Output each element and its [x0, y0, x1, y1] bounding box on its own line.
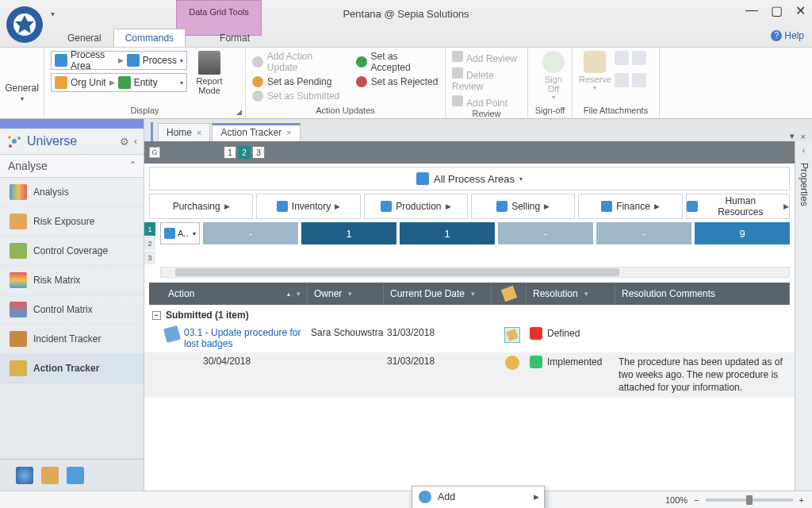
area-inventory[interactable]: Inventory▶	[256, 194, 360, 219]
svg-point-5	[9, 144, 12, 148]
ribbon-tab-general[interactable]: General	[56, 29, 113, 47]
sidebar-item-control-coverage[interactable]: Control Coverage	[0, 237, 144, 266]
sidebar-shortcut-3-icon[interactable]	[67, 467, 84, 484]
qat-customize-icon[interactable]: ▾	[51, 10, 55, 18]
sidebar-item-incident-tracker[interactable]: Incident Tracker	[0, 325, 144, 354]
process-area-crumb[interactable]: Process Area▶Process▾	[51, 51, 187, 70]
tab-home[interactable]: Home×	[158, 123, 210, 141]
col-header-due[interactable]: Current Due Date▾	[384, 283, 492, 305]
set-rejected-button[interactable]: Set as Rejected	[356, 76, 439, 87]
action-icon	[163, 325, 181, 343]
maximize-button[interactable]: ▢	[771, 3, 783, 18]
display-dialog-launcher-icon[interactable]: ◢	[236, 108, 242, 116]
metric-cell[interactable]: 9	[695, 222, 790, 244]
tab-action-tracker[interactable]: Action Tracker×	[212, 123, 300, 141]
level-pager[interactable]: 123	[224, 146, 265, 159]
attachment-icons	[615, 51, 653, 91]
area-production[interactable]: Production▶	[364, 194, 468, 219]
properties-panel-label[interactable]: Properties	[799, 163, 810, 206]
analyse-section-header[interactable]: Analyse˄	[0, 154, 144, 178]
metric-cell[interactable]: -	[596, 222, 691, 244]
status-swatch	[530, 356, 542, 368]
sidebar-shortcut-1-icon[interactable]	[16, 467, 33, 484]
area-finance[interactable]: Finance▶	[578, 194, 682, 219]
collapse-sidebar-icon[interactable]: ‹	[134, 136, 137, 147]
table-row[interactable]: 03.1 - Update procedure for lost badges …	[144, 324, 795, 352]
area-purchasing[interactable]: Purchasing▶	[149, 194, 253, 219]
group-row-submitted[interactable]: −Submitted (1 item)	[144, 306, 795, 324]
gear-icon[interactable]: ⚙	[120, 136, 129, 148]
add-review-button: Add Review	[452, 51, 521, 64]
sign-off-button: Sign Off▾	[534, 51, 573, 101]
org-unit-crumb[interactable]: Org Unit▶Entity▾	[51, 73, 187, 92]
close-icon[interactable]: ×	[197, 128, 201, 137]
ctx-add[interactable]: Add▶	[412, 487, 544, 507]
metric-cell[interactable]: -	[498, 222, 593, 244]
universe-icon	[6, 133, 22, 149]
metric-cell[interactable]: -	[203, 222, 298, 244]
zoom-out-icon[interactable]: −	[694, 495, 699, 505]
context-menu: Add▶ Delete View Copy Shortcut Action Up…	[412, 486, 545, 508]
col-header-owner[interactable]: Owner▾	[308, 283, 384, 305]
tab-close-all-icon[interactable]: ×	[801, 132, 806, 141]
col-header-flag[interactable]	[492, 283, 527, 305]
set-pending-button[interactable]: Set as Pending	[252, 76, 345, 87]
minimize-button[interactable]: —	[745, 3, 758, 18]
svg-point-2	[12, 139, 17, 144]
sidebar-item-action-tracker[interactable]: Action Tracker	[0, 354, 144, 383]
sidebar-item-risk-exposure[interactable]: Risk Exposure	[0, 207, 144, 237]
table-row[interactable]: 30/04/2018 31/03/2018 Implemented The pr…	[144, 352, 795, 398]
home-icon	[505, 356, 519, 370]
sidebar-item-analysis[interactable]: Analysis	[0, 178, 144, 207]
pencil-icon	[500, 286, 517, 302]
app-logo[interactable]	[6, 6, 43, 43]
expand-properties-icon[interactable]: ‹	[802, 146, 805, 155]
ribbon-general-dropdown[interactable]: General▾	[0, 48, 44, 118]
area-human-resources[interactable]: Human Resources▶	[686, 194, 790, 219]
metric-cell[interactable]: 1	[400, 222, 495, 244]
reserve-button: Reserve▾	[579, 51, 611, 91]
sidebar-item-control-matrix[interactable]: Control Matrix	[0, 295, 144, 325]
svg-point-3	[8, 136, 11, 139]
col-header-comments[interactable]: Resolution Comments	[615, 283, 790, 305]
metric-cell[interactable]: 1	[301, 222, 396, 244]
help-link[interactable]: ?Help	[771, 30, 804, 41]
status-swatch	[530, 327, 542, 340]
sidebar-item-risk-matrix[interactable]: Risk Matrix	[0, 266, 144, 295]
col-header-action[interactable]: Action▴▾	[162, 283, 308, 305]
ribbon-tab-commands[interactable]: Commands	[113, 29, 186, 47]
window-title: Pentana @ Sepia Solutions	[343, 8, 469, 20]
chevron-up-icon: ˄	[130, 160, 136, 172]
set-submitted-button: Set as Submitted	[252, 90, 345, 102]
set-accepted-button[interactable]: Set as Accepted	[356, 51, 439, 73]
sidebar-shortcut-2-icon[interactable]	[41, 467, 59, 484]
action-link[interactable]: 03.1 - Update procedure for lost badges	[184, 327, 311, 349]
svg-point-4	[17, 137, 21, 140]
edit-icon[interactable]	[504, 327, 520, 343]
grid-options-icon[interactable]: G	[149, 147, 160, 158]
add-action-update-button: Add Action Update	[252, 51, 345, 73]
close-button[interactable]: ✕	[795, 3, 806, 18]
area-selling[interactable]: Selling▶	[471, 194, 575, 219]
zoom-level: 100%	[665, 495, 688, 505]
tab-dropdown-icon[interactable]: ▾	[790, 131, 795, 141]
col-header-resolution[interactable]: Resolution▾	[527, 283, 615, 305]
metric-label-dropdown[interactable]: A..▾	[160, 222, 200, 244]
delete-review-button: Delete Review	[452, 67, 521, 92]
report-mode-button[interactable]: Report Mode	[192, 51, 227, 95]
ribbon-tab-format[interactable]: Format	[208, 29, 262, 47]
zoom-in-icon[interactable]: +	[799, 495, 804, 505]
close-icon[interactable]: ×	[286, 128, 291, 137]
add-point-button: Add Point	[452, 95, 521, 109]
zoom-slider[interactable]	[706, 498, 793, 502]
sidebar-title: Universe	[27, 134, 115, 148]
horizontal-scrollbar[interactable]	[160, 267, 790, 278]
all-process-areas-dropdown[interactable]: All Process Areas▾	[149, 167, 790, 190]
